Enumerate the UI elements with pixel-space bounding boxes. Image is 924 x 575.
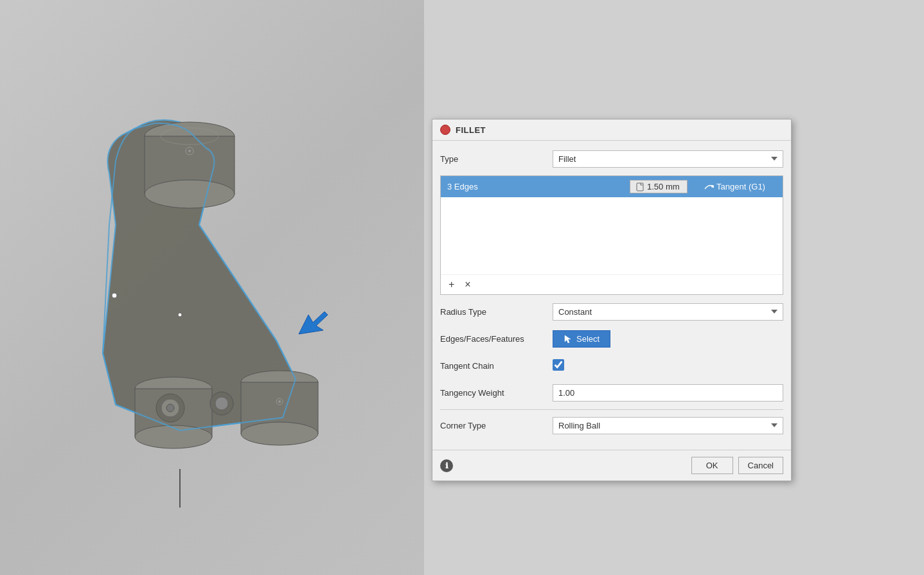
svg-point-18 [278,400,281,403]
tangent-chain-control [553,359,783,373]
edges-table: 3 Edges 1.50 mm Tangen [440,175,783,295]
edges-tangent: Tangent (G1) [693,181,776,193]
tangent-label: Tangent (G1) [716,182,765,191]
cancel-button[interactable]: Cancel [738,457,783,474]
footer-buttons: OK Cancel [691,457,783,474]
svg-point-2 [145,180,235,208]
tangent-icon [704,182,714,191]
svg-point-5 [188,150,191,152]
svg-point-13 [166,404,174,412]
fillet-dialog: FILLET Type Fillet 3 Edges [432,119,792,481]
type-control: Fillet [553,150,783,168]
dialog-footer: ℹ OK Cancel [432,450,791,481]
edges-count-label: 3 Edges [447,182,625,191]
tangency-weight-input[interactable] [553,384,783,402]
edges-body [441,197,783,274]
size-icon [635,182,644,191]
add-edge-button[interactable]: + [447,279,456,290]
svg-point-8 [135,425,212,448]
svg-marker-27 [565,335,571,343]
type-label: Type [440,154,553,164]
size-value: 1.50 mm [647,182,680,191]
dialog-titlebar: FILLET [432,119,791,141]
dialog-close-button[interactable] [440,125,450,135]
radius-type-row: Radius Type Constant [440,301,783,322]
select-button[interactable]: Select [553,330,610,348]
tangent-chain-row: Tangent Chain [440,355,783,376]
svg-point-16 [241,422,318,445]
type-select[interactable]: Fillet [553,150,783,168]
corner-type-label: Corner Type [440,421,553,430]
svg-marker-22 [299,312,328,334]
corner-type-control: Rolling Ball [553,417,783,434]
edges-size: 1.50 mm [630,180,688,193]
3d-viewport [0,0,424,575]
info-button[interactable]: ℹ [440,459,453,472]
svg-point-24 [178,313,182,317]
type-row: Type Fillet [440,148,783,169]
tangent-chain-checkbox[interactable] [553,359,564,371]
corner-type-select[interactable]: Rolling Ball [553,417,783,434]
radius-type-select[interactable]: Constant [553,303,783,321]
ok-button[interactable]: OK [691,457,733,474]
section-divider [440,409,783,410]
dialog-title: FILLET [456,125,486,135]
tangency-weight-row: Tangency Weight [440,382,783,403]
edges-faces-row: Edges/Faces/Features Select [440,328,783,349]
edges-faces-label: Edges/Faces/Features [440,334,553,344]
svg-rect-25 [637,183,643,191]
edges-footer: + × [441,274,783,294]
corner-type-row: Corner Type Rolling Ball [440,415,783,436]
tangency-weight-label: Tangency Weight [440,388,553,398]
radius-type-label: Radius Type [440,307,553,317]
select-btn-label: Select [576,334,600,344]
remove-edge-button[interactable]: × [463,279,472,290]
svg-point-21 [112,293,117,298]
svg-point-20 [215,397,228,410]
radius-type-control: Constant [553,303,783,321]
edges-faces-control: Select [553,330,783,348]
dialog-body: Type Fillet 3 Edges 1.50 mm [432,141,791,450]
edges-header: 3 Edges 1.50 mm Tangen [441,176,783,197]
tangent-chain-label: Tangent Chain [440,361,553,371]
tangency-weight-control [553,384,783,402]
3d-part [51,96,411,533]
footer-left: ℹ [440,459,453,472]
cursor-icon [564,334,573,343]
